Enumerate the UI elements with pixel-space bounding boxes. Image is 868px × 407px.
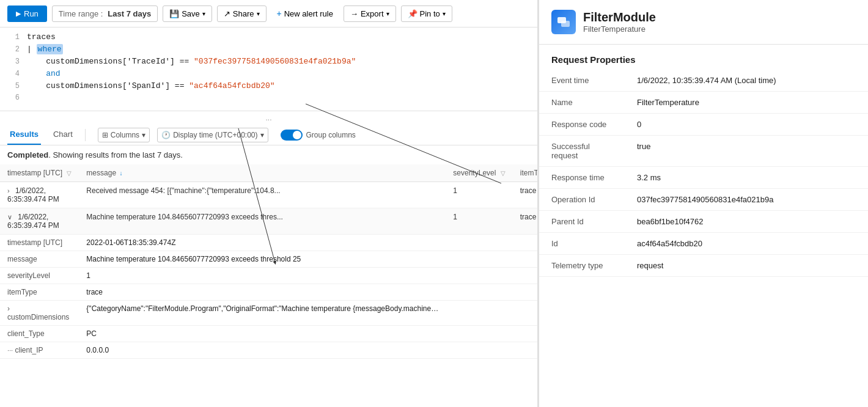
- panel-header: FilterModule FilterTemperature: [539, 0, 868, 45]
- severity-filter-icon: ▽: [501, 170, 506, 177]
- results-tabs: Results Chart ⊞ Columns ▾ 🕐 Display time…: [0, 125, 537, 145]
- columns-icon: ⊞: [102, 131, 108, 139]
- export-button[interactable]: → Export ▾: [344, 6, 396, 22]
- properties-table: Event time 1/6/2022, 10:35:39.474 AM (Lo…: [539, 70, 868, 277]
- status-bar: Completed. Showing results from the last…: [0, 145, 537, 164]
- property-row: Id ac4f64a54fcbdb20: [539, 233, 868, 255]
- code-line-1: 1 traces: [0, 32, 537, 45]
- tab-results[interactable]: Results: [7, 125, 41, 145]
- group-columns-label: Group columns: [306, 131, 356, 139]
- detail-value-message: Machine temperature 104.84656077720993 e…: [79, 251, 446, 268]
- save-button[interactable]: 💾 Save ▾: [163, 6, 212, 22]
- prop-label-6: Parent Id: [539, 211, 625, 233]
- detail-value-clientip: 0.0.0.0: [79, 342, 446, 359]
- panel-title: FilterModule: [583, 10, 656, 24]
- col-header-itemtype[interactable]: itemType: [513, 164, 537, 182]
- query-editor[interactable]: 1 traces 2 | where 3 customDimensions['T…: [0, 28, 537, 111]
- detail-row: message Machine temperature 104.84656077…: [0, 251, 537, 268]
- prop-value-0: 1/6/2022, 10:35:39.474 AM (Local time): [625, 70, 868, 92]
- detail-row: severityLevel 1: [0, 268, 537, 284]
- module-icon: [551, 10, 576, 34]
- prop-value-1: FilterTemperature: [625, 92, 868, 114]
- prop-label-8: Telemetry type: [539, 255, 625, 277]
- share-icon: ↗: [224, 9, 230, 18]
- detail-label-clientip: ··· client_IP: [0, 342, 79, 359]
- detail-row: client_Type PC: [0, 326, 537, 342]
- tab-divider: [85, 129, 86, 141]
- table-row: › 1/6/2022, 6:35:39.474 PM Received mess…: [0, 182, 537, 208]
- panel-title-block: FilterModule FilterTemperature: [583, 10, 656, 34]
- detail-label-itemtype: itemType: [0, 284, 79, 301]
- prop-label-0: Event time: [539, 70, 625, 92]
- col-header-message[interactable]: message ↓: [79, 164, 446, 182]
- row2-itemtype: trace: [513, 208, 537, 235]
- panel-subtitle: FilterTemperature: [583, 24, 656, 34]
- new-alert-button[interactable]: + New alert rule: [271, 5, 339, 22]
- col-header-timestamp[interactable]: timestamp [UTC] ▽: [0, 164, 79, 182]
- property-row: Event time 1/6/2022, 10:35:39.474 AM (Lo…: [539, 70, 868, 92]
- share-button[interactable]: ↗ Share ▾: [217, 6, 267, 22]
- detail-row: › customDimensions {"CategoryName":"Filt…: [0, 301, 537, 326]
- right-panel: FilterModule FilterTemperature Request P…: [538, 0, 868, 407]
- save-chevron-icon: ▾: [202, 10, 205, 17]
- prop-label-3: Successful request: [539, 136, 625, 167]
- detail-row: timestamp [UTC] 2022-01-06T18:35:39.474Z: [0, 235, 537, 251]
- prop-label-2: Response code: [539, 114, 625, 136]
- detail-value-severity: 1: [79, 268, 446, 284]
- columns-chevron-icon: ▾: [142, 131, 145, 139]
- row2-timestamp: ∨ 1/6/2022, 6:35:39.474 PM: [0, 208, 79, 235]
- columns-button[interactable]: ⊞ Columns ▾: [98, 128, 150, 142]
- prop-value-6: bea6bf1be10f4762: [625, 211, 868, 233]
- pin-to-button[interactable]: 📌 Pin to ▾: [401, 6, 452, 22]
- time-range-selector[interactable]: Time range : Last 7 days: [52, 6, 158, 22]
- property-row: Response time 3.2 ms: [539, 167, 868, 189]
- row2-expander[interactable]: ∨: [7, 213, 12, 221]
- prop-value-5: 037fec3977581490560831e4fa021b9a: [625, 189, 868, 211]
- row2-message: Machine temperature 104.84656077720993 e…: [79, 208, 446, 235]
- share-chevron-icon: ▾: [257, 10, 260, 17]
- export-icon: →: [350, 9, 358, 18]
- table-header-row: timestamp [UTC] ▽ message ↓ severityLeve…: [0, 164, 537, 182]
- group-columns-toggle[interactable]: [281, 130, 303, 141]
- more-cols-icon: ···: [7, 346, 13, 354]
- tab-controls: ⊞ Columns ▾ 🕐 Display time (UTC+00:00) ▾…: [98, 128, 356, 142]
- timestamp-filter-icon: ▽: [67, 170, 72, 177]
- tab-chart[interactable]: Chart: [51, 125, 75, 145]
- section-title: Request Properties: [539, 45, 868, 70]
- results-table: timestamp [UTC] ▽ message ↓ severityLeve…: [0, 164, 537, 359]
- detail-label-timestamp: timestamp [UTC]: [0, 235, 79, 251]
- clock-icon: 🕐: [161, 131, 171, 139]
- query-ellipsis: ...: [0, 111, 537, 125]
- prop-label-4: Response time: [539, 167, 625, 189]
- property-row: Response code 0: [539, 114, 868, 136]
- prop-label-7: Id: [539, 233, 625, 255]
- prop-value-4: 3.2 ms: [625, 167, 868, 189]
- detail-label-clienttype: client_Type: [0, 326, 79, 342]
- row1-expander[interactable]: ›: [7, 187, 10, 194]
- prop-label-1: Name: [539, 92, 625, 114]
- svg-rect-1: [561, 21, 570, 27]
- code-line-5: 5 customDimensions['SpanId'] == "ac4f64a…: [0, 81, 537, 94]
- prop-value-3: true: [625, 136, 868, 167]
- message-sort-icon: ↓: [119, 170, 122, 177]
- detail-value-timestamp: 2022-01-06T18:35:39.474Z: [79, 235, 446, 251]
- prop-value-2: 0: [625, 114, 868, 136]
- col-header-severity[interactable]: severityLevel ▽: [446, 164, 512, 182]
- group-columns-toggle-container: Group columns: [281, 130, 356, 141]
- detail-value-itemtype: trace: [79, 284, 446, 301]
- property-row: Operation Id 037fec3977581490560831e4fa0…: [539, 189, 868, 211]
- status-completed: Completed: [7, 150, 48, 160]
- pin-icon: 📌: [408, 9, 417, 18]
- row1-message: Received message 454: [{"machine":{"temp…: [79, 182, 446, 208]
- pin-chevron-icon: ▾: [443, 10, 446, 17]
- run-button[interactable]: Run: [7, 6, 47, 22]
- prop-value-8: request: [625, 255, 868, 277]
- time-range-value: Last 7 days: [108, 9, 151, 18]
- prop-label-5: Operation Id: [539, 189, 625, 211]
- detail-row: itemType trace: [0, 284, 537, 301]
- detail-value-customdim: {"CategoryName":"FilterModule.Program","…: [79, 301, 446, 326]
- display-time-button[interactable]: 🕐 Display time (UTC+00:00) ▾: [157, 128, 268, 142]
- status-suffix: . Showing results from the last 7 days.: [48, 150, 183, 160]
- code-line-6: 6: [0, 94, 537, 106]
- customdim-expander[interactable]: ›: [7, 304, 10, 313]
